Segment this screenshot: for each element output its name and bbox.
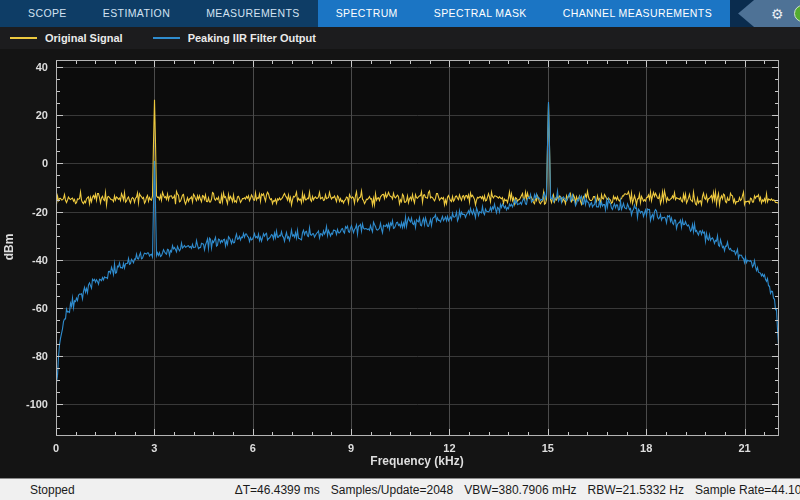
x-tick-label-12: 12 — [429, 441, 469, 455]
toolstrip: SCOPEESTIMATIONMEASUREMENTSSPECTRUMSPECT… — [0, 0, 800, 27]
tab-spectrum[interactable]: SPECTRUM — [318, 0, 416, 27]
spectrum-plot-area: dBm Frequency (kHz) 40200-20-40-60-80-10… — [0, 49, 800, 478]
spectrum-chart-canvas[interactable] — [0, 49, 800, 478]
legend-bar: Original SignalPeaking IIR Filter Output — [0, 27, 800, 49]
status-metric-0: ΔT=46.4399 ms — [235, 483, 320, 497]
status-state: Stopped — [30, 483, 75, 497]
toolstrip-right-area: ⚙••• — [730, 0, 800, 27]
status-metric-1: Samples/Update=2048 — [331, 483, 453, 497]
x-tick-label-6: 6 — [233, 441, 273, 455]
y-tick-label--80: -80 — [0, 349, 48, 363]
y-tick-label--100: -100 — [0, 397, 48, 411]
legend-label: Original Signal — [45, 32, 123, 44]
y-tick-label-0: 0 — [0, 156, 48, 170]
y-tick-label-40: 40 — [0, 60, 48, 74]
y-tick-label--20: -20 — [0, 205, 48, 219]
y-tick-label-20: 20 — [0, 108, 48, 122]
tab-estimation[interactable]: ESTIMATION — [85, 0, 188, 27]
y-tick-label--40: -40 — [0, 253, 48, 267]
gear-settings-icon[interactable]: ⚙ — [771, 7, 784, 21]
x-tick-label-21: 21 — [725, 441, 765, 455]
status-bar: Stopped ΔT=46.4399 msSamples/Update=2048… — [0, 478, 800, 500]
tab-spectral-mask[interactable]: SPECTRAL MASK — [416, 0, 545, 27]
x-tick-label-9: 9 — [331, 441, 371, 455]
x-tick-label-3: 3 — [134, 441, 174, 455]
spectrum-analyzer-window: SCOPEESTIMATIONMEASUREMENTSSPECTRUMSPECT… — [0, 0, 800, 500]
tab-scope[interactable]: SCOPE — [10, 0, 85, 27]
legend-label: Peaking IIR Filter Output — [188, 32, 316, 44]
status-metrics: ΔT=46.4399 msSamples/Update=2048VBW=380.… — [235, 483, 800, 497]
status-metric-2: VBW=380.7906 mHz — [464, 483, 576, 497]
tab-measurements[interactable]: MEASUREMENTS — [188, 0, 317, 27]
x-tick-label-0: 0 — [36, 441, 76, 455]
x-tick-label-15: 15 — [528, 441, 568, 455]
run-play-button[interactable] — [794, 5, 800, 22]
x-axis-label: Frequency (kHz) — [357, 454, 477, 468]
legend-line-swatch — [10, 37, 37, 39]
y-tick-label--60: -60 — [0, 301, 48, 315]
toolstrip-tab-list: SCOPEESTIMATIONMEASUREMENTSSPECTRUMSPECT… — [0, 0, 730, 27]
legend-entry-original-signal[interactable]: Original Signal — [10, 32, 123, 44]
legend-entry-peaking-iir-filter-output[interactable]: Peaking IIR Filter Output — [153, 32, 316, 44]
status-metric-3: RBW=21.5332 Hz — [588, 483, 684, 497]
legend-line-swatch — [153, 37, 180, 39]
tab-channel-measurements[interactable]: CHANNEL MEASUREMENTS — [545, 0, 730, 27]
status-metric-4: Sample Rate=44.1000 kHz — [695, 483, 800, 497]
quick-access-banner: ⚙••• — [738, 0, 800, 27]
x-tick-label-18: 18 — [626, 441, 666, 455]
